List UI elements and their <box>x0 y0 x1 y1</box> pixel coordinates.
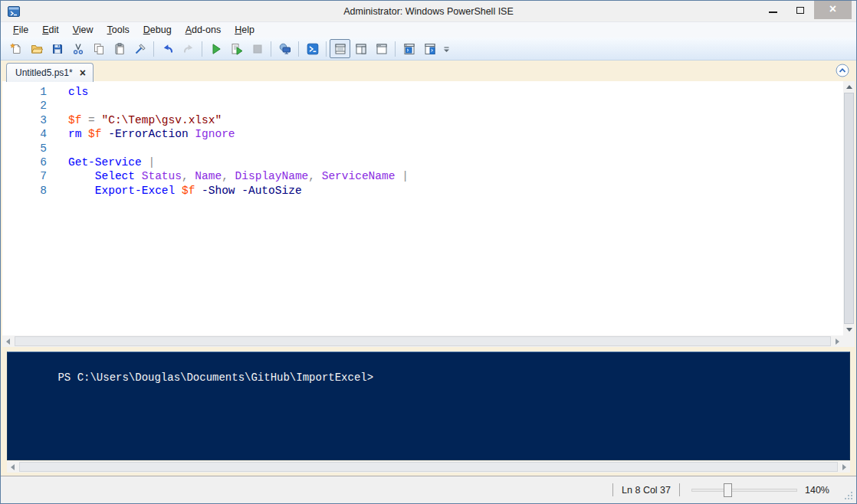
zoom-level: 140% <box>805 485 829 496</box>
save-script-button[interactable] <box>47 39 67 58</box>
menu-file[interactable]: File <box>6 23 35 37</box>
menu-edit[interactable]: Edit <box>35 23 66 37</box>
console-horizontal-scrollbar[interactable] <box>7 461 850 473</box>
status-separator <box>679 483 680 496</box>
toolbar-separator <box>202 41 202 57</box>
stop-operation-icon <box>251 43 264 55</box>
start-powershell-button[interactable] <box>302 39 323 58</box>
scroll-up-button[interactable] <box>843 81 855 93</box>
tab-row: Untitled5.ps1* × <box>1 61 856 81</box>
menu-help[interactable]: Help <box>228 23 261 37</box>
code-text: Export-Excel $f -Show -AutoSize <box>68 185 302 198</box>
code-line: 2 <box>2 100 855 113</box>
stop-operation-button[interactable] <box>247 39 268 58</box>
editor-vertical-scrollbar[interactable] <box>843 81 855 335</box>
paste-button[interactable] <box>109 39 130 58</box>
paste-icon <box>113 43 126 55</box>
close-icon: × <box>829 2 836 15</box>
menu-debug[interactable]: Debug <box>136 23 179 37</box>
line-number: 2 <box>2 100 47 113</box>
toolbar-separator <box>271 41 271 57</box>
window-controls: × <box>759 1 856 21</box>
menu-addons[interactable]: Add-ons <box>179 23 228 37</box>
redo-button[interactable] <box>178 39 199 58</box>
resize-grip-icon[interactable] <box>842 489 854 501</box>
code-lines: 1cls23$f = "C:\Temp\gsv.xlsx"4rm $f -Err… <box>2 81 855 198</box>
show-script-pane-right-button[interactable] <box>350 39 371 58</box>
zoom-slider[interactable] <box>691 489 797 492</box>
menu-view[interactable]: View <box>66 23 100 37</box>
show-script-pane-maximized-icon <box>376 43 388 55</box>
scroll-left-button[interactable] <box>7 461 18 473</box>
run-script-icon <box>210 43 222 55</box>
tab-close-icon[interactable]: × <box>80 68 86 77</box>
show-command-addon-button[interactable] <box>419 39 440 58</box>
clear-console-pane-icon <box>134 43 146 55</box>
new-powershell-tab-button[interactable] <box>399 39 419 58</box>
scroll-right-button[interactable] <box>832 335 843 347</box>
scroll-left-button[interactable] <box>2 335 14 347</box>
line-number: 8 <box>2 185 47 198</box>
editor-horizontal-scrollbar[interactable] <box>2 335 843 347</box>
toolbar-overflow-icon <box>442 43 451 55</box>
new-remote-powershell-tab-icon <box>279 43 291 55</box>
copy-button[interactable] <box>88 39 109 58</box>
run-selection-button[interactable] <box>226 39 247 58</box>
code-text: Get-Service | <box>68 156 155 170</box>
triangle-left-icon <box>6 339 10 345</box>
line-number: 7 <box>2 170 47 184</box>
open-script-icon <box>31 43 43 55</box>
triangle-left-icon <box>11 464 15 470</box>
horizontal-scroll-thumb[interactable] <box>19 462 838 472</box>
scroll-down-button[interactable] <box>843 324 855 335</box>
menu-tools[interactable]: Tools <box>100 23 136 37</box>
minimize-button[interactable] <box>759 1 786 19</box>
toolbar-separator <box>298 41 299 57</box>
status-bar: Ln 8 Col 37 140% <box>1 476 856 503</box>
vertical-scroll-thumb[interactable] <box>844 93 854 324</box>
cursor-position: Ln 8 Col 37 <box>622 485 671 496</box>
cut-icon <box>72 43 84 55</box>
new-script-button[interactable] <box>5 39 26 58</box>
script-pane[interactable]: 1cls23$f = "C:\Temp\gsv.xlsx"4rm $f -Err… <box>2 81 855 347</box>
run-selection-icon <box>231 43 243 55</box>
new-remote-powershell-tab-button[interactable] <box>274 39 295 58</box>
show-command-addon-icon <box>424 43 436 55</box>
clear-console-pane-button[interactable] <box>130 39 150 58</box>
run-script-button[interactable] <box>205 39 226 58</box>
maximize-button[interactable] <box>786 1 814 19</box>
line-number: 4 <box>2 128 47 142</box>
menu-bar: FileEditViewToolsDebugAdd-onsHelp <box>1 21 856 38</box>
save-script-icon <box>51 43 64 55</box>
code-line: 5 <box>2 142 855 156</box>
powershell-ise-app-icon <box>8 5 20 18</box>
window-title: Administrator: Windows PowerShell ISE <box>1 6 856 17</box>
powershell-ise-window: Administrator: Windows PowerShell ISE × … <box>0 0 857 504</box>
open-script-button[interactable] <box>26 39 47 58</box>
toolbar-options-button[interactable] <box>442 43 451 55</box>
console-pane[interactable]: PS C:\Users\Douglas\Documents\GitHub\Imp… <box>7 352 850 460</box>
horizontal-scroll-thumb[interactable] <box>15 336 831 346</box>
close-button[interactable]: × <box>814 1 852 19</box>
show-script-pane-top-button[interactable] <box>330 39 350 58</box>
tab-untitled5[interactable]: Untitled5.ps1* × <box>6 63 94 82</box>
collapse-script-pane-button[interactable] <box>836 64 849 77</box>
undo-button[interactable] <box>157 39 178 58</box>
line-number: 3 <box>2 114 47 128</box>
title-bar: Administrator: Windows PowerShell ISE × <box>1 1 856 21</box>
triangle-up-icon <box>846 85 852 89</box>
console-prompt: PS C:\Users\Douglas\Documents\GitHub\Imp… <box>57 371 373 384</box>
line-number: 6 <box>2 156 47 170</box>
triangle-right-icon <box>842 464 846 470</box>
scroll-right-button[interactable] <box>839 461 850 473</box>
code-text: cls <box>68 86 88 100</box>
cut-button[interactable] <box>67 39 88 58</box>
new-script-icon <box>10 43 22 55</box>
code-line: 1cls <box>2 86 855 100</box>
code-line: 4rm $f -ErrorAction Ignore <box>2 128 855 142</box>
new-powershell-tab-icon <box>403 43 415 55</box>
show-script-pane-maximized-button[interactable] <box>371 39 392 58</box>
toolbar-buttons <box>5 39 440 58</box>
code-text: rm $f -ErrorAction Ignore <box>68 128 235 142</box>
zoom-slider-thumb[interactable] <box>724 483 732 497</box>
